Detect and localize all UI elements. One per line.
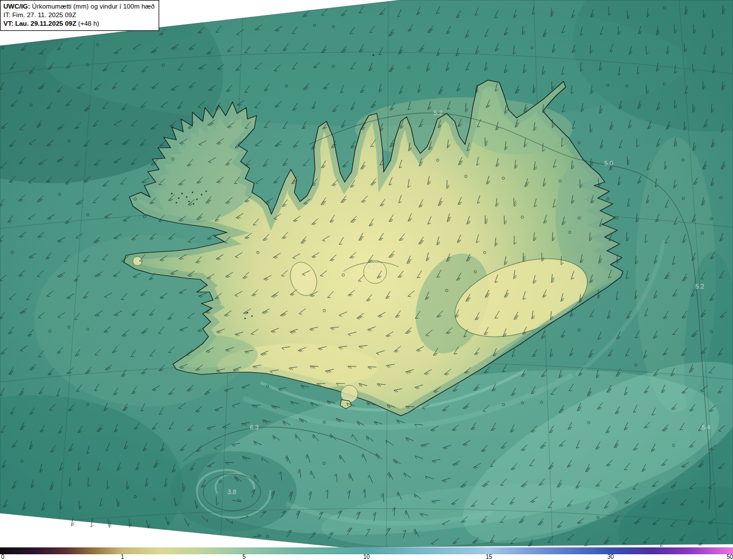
contour-label: 5.4 bbox=[702, 424, 710, 431]
title-box: UWC/IG: Úrkomumætti (mm) og vindur í 100… bbox=[0, 0, 159, 31]
weather-chart-frame: 5.25.05.25.46.33.84.2 UWC/IG: Úrkomumætt… bbox=[0, 0, 733, 560]
colorbar-ticks: 01510153050 bbox=[0, 554, 733, 560]
weather-map: 5.25.05.25.46.33.84.2 bbox=[0, 0, 733, 547]
map-area: 5.25.05.25.46.33.84.2 UWC/IG: Úrkomumætt… bbox=[0, 0, 733, 547]
contour-label: 5.2 bbox=[434, 109, 442, 116]
contour-label: 6.3 bbox=[250, 424, 258, 431]
colorbar-tick: 50 bbox=[727, 554, 733, 560]
colorbar-tick: 1 bbox=[121, 554, 124, 560]
contour-label: 3.8 bbox=[227, 488, 236, 495]
colorbar-tick: 10 bbox=[363, 554, 369, 560]
valid-time-line: VT: Lau. 29.11.2025 09Z (+48 h) bbox=[3, 19, 155, 28]
colorbar-tick: 0 bbox=[1, 554, 5, 560]
lead-time: (+48 h) bbox=[76, 20, 99, 27]
colorbar-tick: 15 bbox=[486, 554, 492, 560]
contour-label: 5.0 bbox=[604, 160, 613, 167]
colorbar: 01510153050 bbox=[0, 547, 733, 560]
model-name: UWC/IG: bbox=[3, 3, 30, 10]
init-time: IT: Fim. 27. 11. 2025 09Z bbox=[3, 11, 155, 19]
valid-time: VT: Lau. 29.11.2025 09Z bbox=[3, 20, 76, 27]
chart-title: UWC/IG: Úrkomumætti (mm) og vindur í 100… bbox=[3, 2, 155, 11]
contour-label: 5.2 bbox=[695, 283, 704, 290]
title-text: Úrkomumætti (mm) og vindur í 100m hæð bbox=[30, 3, 155, 10]
colorbar-tick: 30 bbox=[608, 554, 614, 560]
colorbar-tick: 5 bbox=[242, 554, 246, 560]
contour-label: 4.2 bbox=[366, 263, 375, 270]
